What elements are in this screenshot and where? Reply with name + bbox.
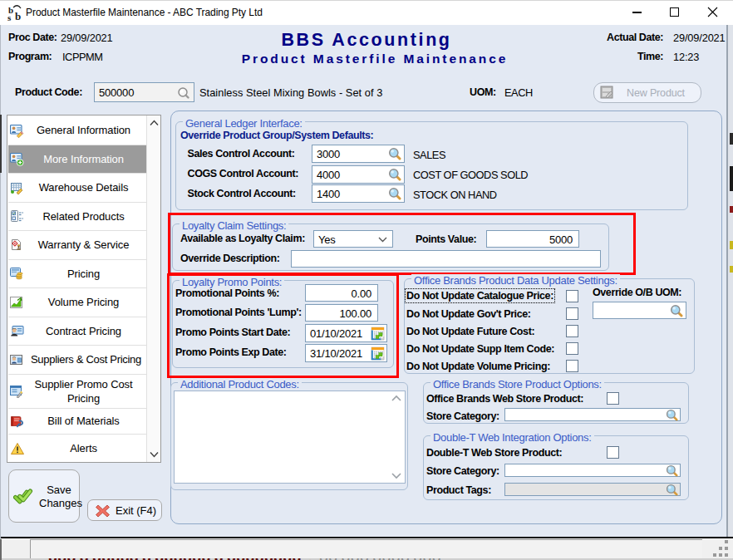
svg-text:s: s (7, 12, 12, 22)
svg-text:b: b (15, 10, 21, 22)
